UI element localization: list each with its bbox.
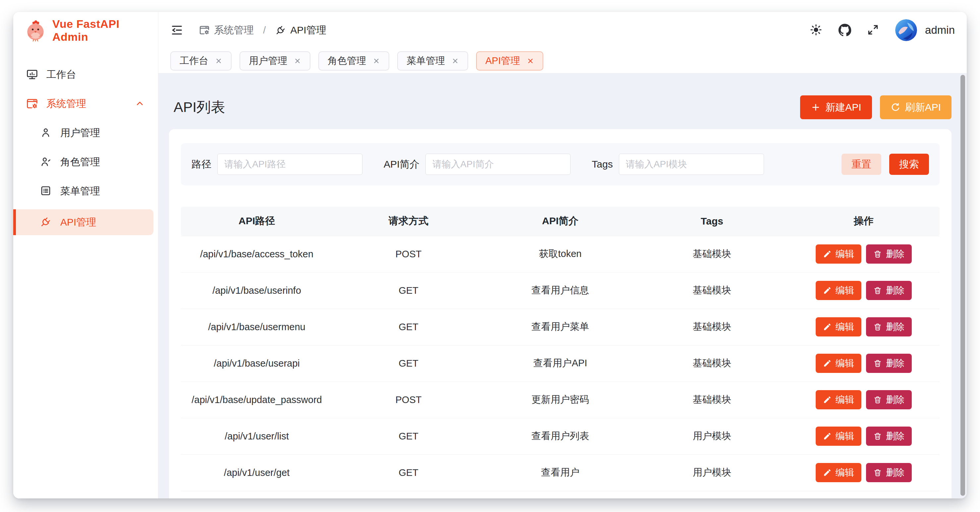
- trash-icon: [873, 468, 882, 477]
- theme-sun-icon[interactable]: [810, 24, 823, 37]
- create-api-label: 新建API: [825, 101, 861, 114]
- sidebar-collapse-icon[interactable]: [170, 24, 183, 37]
- reset-button[interactable]: 重置: [842, 154, 881, 175]
- breadcrumb-system[interactable]: 系统管理: [199, 24, 254, 37]
- trash-icon: [873, 359, 882, 367]
- close-icon[interactable]: [527, 57, 534, 65]
- search-button[interactable]: 搜索: [889, 154, 929, 175]
- cell-method: GET: [332, 308, 484, 345]
- cell-path: /api/v1/base/usermenu: [181, 308, 332, 345]
- edit-button[interactable]: 编辑: [816, 245, 861, 264]
- delete-label: 删除: [886, 248, 904, 260]
- close-icon[interactable]: [215, 57, 222, 65]
- breadcrumb-separator: /: [263, 24, 266, 36]
- sidebar-item-label: 角色管理: [60, 155, 100, 169]
- delete-button[interactable]: 删除: [866, 281, 912, 300]
- cell-path: /api/v1/base/userinfo: [181, 272, 332, 308]
- delete-button[interactable]: 删除: [866, 426, 912, 446]
- edit-button[interactable]: 编辑: [816, 463, 861, 482]
- tab-workbench[interactable]: 工作台: [170, 51, 232, 70]
- breadcrumb: 系统管理 / API管理: [199, 24, 326, 37]
- filter-tags: Tags: [592, 154, 764, 175]
- filter-bar: 路径 API简介 Tags 重置 搜索: [181, 143, 940, 186]
- github-icon[interactable]: [838, 24, 851, 37]
- delete-button[interactable]: 删除: [866, 354, 912, 373]
- cell-summary: 查看用户: [484, 455, 636, 491]
- edit-button[interactable]: 编辑: [816, 426, 861, 446]
- sidebar-item-system[interactable]: 系统管理: [13, 93, 153, 114]
- delete-label: 删除: [886, 466, 904, 479]
- vertical-scrollbar[interactable]: [961, 75, 965, 496]
- cell-path: /api/v1/base/update_password: [181, 382, 332, 418]
- column-actions: 操作: [788, 207, 940, 236]
- cell-summary: 查看用户API: [484, 345, 636, 382]
- cell-summary: 更新用户密码: [484, 382, 636, 418]
- api-card: 路径 API简介 Tags 重置 搜索: [169, 129, 951, 498]
- cell-summary: 查看用户信息: [484, 272, 636, 308]
- tags-input[interactable]: [619, 154, 764, 175]
- tab-users[interactable]: 用户管理: [240, 51, 310, 70]
- sidebar-item-label: API管理: [60, 216, 96, 229]
- delete-button[interactable]: 删除: [866, 317, 912, 337]
- api-table: API路径 请求方式 API简介 Tags 操作 /api/v1/base/ac…: [181, 207, 940, 491]
- path-label: 路径: [191, 157, 212, 171]
- table-row: /api/v1/user/get GET 查看用户 用户模块 编辑: [181, 455, 940, 491]
- close-icon[interactable]: [452, 57, 459, 65]
- fullscreen-icon[interactable]: [867, 24, 880, 37]
- delete-button[interactable]: 删除: [866, 463, 912, 482]
- column-tags: Tags: [636, 207, 788, 236]
- sidebar-item-label: 系统管理: [46, 97, 86, 111]
- username[interactable]: admin: [925, 24, 955, 37]
- sidebar-item-workbench[interactable]: 工作台: [13, 64, 153, 86]
- sidebar-item-roles[interactable]: 角色管理: [13, 151, 153, 173]
- sidebar-menu: 工作台 系统管理: [13, 49, 158, 235]
- cell-actions: 编辑 删除: [788, 345, 940, 382]
- cell-method: GET: [332, 418, 484, 455]
- menu-list-icon: [40, 185, 52, 197]
- close-icon[interactable]: [294, 57, 301, 65]
- pencil-icon: [823, 323, 832, 331]
- tab-label: 角色管理: [328, 54, 366, 68]
- sidebar-item-label: 工作台: [46, 68, 76, 81]
- refresh-api-button[interactable]: 刷新API: [880, 95, 951, 119]
- cell-summary: 查看用户菜单: [484, 308, 636, 345]
- column-summary: API简介: [484, 207, 636, 236]
- sidebar-item-api[interactable]: API管理: [13, 209, 153, 235]
- sidebar-item-menus[interactable]: 菜单管理: [13, 180, 153, 202]
- edit-button[interactable]: 编辑: [816, 317, 861, 337]
- edit-label: 编辑: [835, 284, 854, 297]
- edit-label: 编辑: [835, 393, 854, 406]
- path-input[interactable]: [217, 154, 363, 175]
- delete-label: 删除: [886, 321, 904, 333]
- edit-button[interactable]: 编辑: [816, 281, 861, 300]
- delete-label: 删除: [886, 430, 904, 442]
- edit-label: 编辑: [835, 321, 854, 333]
- close-icon[interactable]: [373, 57, 380, 65]
- table-body: /api/v1/base/access_token POST 获取token 基…: [181, 236, 940, 491]
- table-row: /api/v1/user/list GET 查看用户列表 用户模块 编辑: [181, 418, 940, 455]
- tab-roles[interactable]: 角色管理: [318, 51, 389, 70]
- cell-tags: 基础模块: [636, 236, 788, 272]
- logo[interactable]: Vue FastAPI Admin: [13, 12, 158, 49]
- tab-api[interactable]: API管理: [476, 51, 543, 70]
- edit-button[interactable]: 编辑: [816, 354, 861, 373]
- filter-summary: API简介: [383, 154, 571, 175]
- breadcrumb-api[interactable]: API管理: [275, 24, 326, 37]
- main-area: 系统管理 / API管理: [158, 12, 967, 498]
- delete-button[interactable]: 删除: [866, 245, 912, 264]
- tab-bar: 工作台 用户管理 角色管理 菜单管理: [158, 48, 967, 73]
- pencil-icon: [823, 359, 832, 367]
- tab-menus[interactable]: 菜单管理: [397, 51, 468, 70]
- system-settings-icon: [199, 24, 210, 36]
- sidebar-item-users[interactable]: 用户管理: [13, 122, 153, 144]
- cell-actions: 编辑 删除: [788, 382, 940, 418]
- tab-label: 菜单管理: [407, 54, 445, 68]
- edit-button[interactable]: 编辑: [816, 390, 861, 409]
- table-row: /api/v1/base/update_password POST 更新用户密码…: [181, 382, 940, 418]
- cell-actions: 编辑 删除: [788, 236, 940, 272]
- create-api-button[interactable]: 新建API: [800, 95, 872, 119]
- page-title: API列表: [173, 98, 225, 117]
- delete-button[interactable]: 删除: [866, 390, 912, 409]
- summary-input[interactable]: [425, 154, 571, 175]
- avatar[interactable]: [895, 19, 917, 41]
